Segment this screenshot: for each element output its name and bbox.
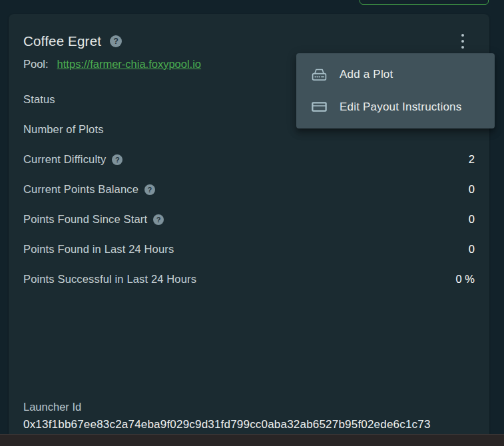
- more-options-button[interactable]: [455, 33, 471, 50]
- help-glyph: ?: [115, 156, 120, 164]
- bottom-window-edge: [0, 434, 504, 446]
- help-glyph: ?: [156, 216, 161, 224]
- menu-item-label: Edit Payout Instructions: [340, 101, 461, 114]
- stat-label-wrap: Number of Plots: [23, 123, 104, 136]
- kebab-dot: [461, 40, 465, 43]
- stat-label-wrap: Current Difficulty ?: [23, 153, 123, 166]
- help-glyph: ?: [148, 186, 152, 194]
- launcher-id-label: Launcher Id: [23, 399, 475, 415]
- stat-value: 2: [469, 153, 475, 166]
- help-icon[interactable]: ?: [144, 184, 155, 195]
- stat-label: Current Points Balance: [23, 183, 138, 196]
- top-button-partial[interactable]: [360, 0, 489, 5]
- stat-label-wrap: Points Found Since Start ?: [23, 213, 164, 226]
- page-title: Coffee Egret: [23, 33, 101, 49]
- stat-label-wrap: Current Points Balance ?: [23, 183, 155, 196]
- stat-row: Points Found in Last 24 Hours 0: [23, 234, 475, 264]
- page-background: Coffee Egret ? Pool: https://farmer-chia…: [0, 0, 504, 446]
- launcher-id-value: 0x13f1bb67ee83c2a74eba9f029c9d31fd799cc0…: [23, 418, 475, 431]
- stat-row: Current Points Balance ? 0: [23, 174, 475, 204]
- card-header: Coffee Egret ?: [23, 32, 475, 51]
- menu-item-edit-payout[interactable]: Edit Payout Instructions: [296, 91, 495, 124]
- pool-label: Pool:: [23, 58, 49, 71]
- stat-label: Points Found Since Start: [23, 213, 147, 226]
- stat-label: Points Found in Last 24 Hours: [23, 243, 174, 256]
- help-glyph: ?: [113, 37, 118, 46]
- launcher-section: Launcher Id 0x13f1bb67ee83c2a74eba9f029c…: [23, 399, 475, 431]
- help-icon[interactable]: ?: [110, 35, 122, 47]
- stat-label: Points Successful in Last 24 Hours: [23, 273, 196, 286]
- stat-label: Status: [23, 93, 55, 106]
- context-menu: Add a Plot Edit Payout Instructions: [296, 53, 495, 128]
- stat-label: Current Difficulty: [23, 153, 106, 166]
- stat-value: 0: [469, 213, 475, 226]
- stat-value: 0: [469, 243, 475, 256]
- stat-value: 0: [469, 183, 475, 196]
- stat-label-wrap: Status: [23, 93, 55, 106]
- stat-label-wrap: Points Found in Last 24 Hours: [23, 243, 174, 256]
- stat-value: 0 %: [456, 273, 475, 286]
- stat-label-wrap: Points Successful in Last 24 Hours: [23, 273, 196, 286]
- menu-item-label: Add a Plot: [340, 68, 393, 81]
- menu-item-add-plot[interactable]: Add a Plot: [296, 59, 495, 91]
- payment-card-icon: [310, 98, 328, 116]
- help-icon[interactable]: ?: [112, 154, 123, 165]
- help-icon[interactable]: ?: [153, 214, 164, 225]
- hard-drive-icon: [310, 66, 328, 84]
- kebab-dot: [461, 46, 465, 49]
- stat-label: Number of Plots: [23, 123, 104, 136]
- pool-link[interactable]: https://farmer-chia.foxypool.io: [57, 58, 201, 71]
- kebab-dot: [461, 34, 465, 37]
- stat-row: Points Found Since Start ? 0: [23, 204, 475, 234]
- stat-row: Points Successful in Last 24 Hours 0 %: [23, 264, 475, 294]
- stat-row: Current Difficulty ? 2: [23, 144, 475, 174]
